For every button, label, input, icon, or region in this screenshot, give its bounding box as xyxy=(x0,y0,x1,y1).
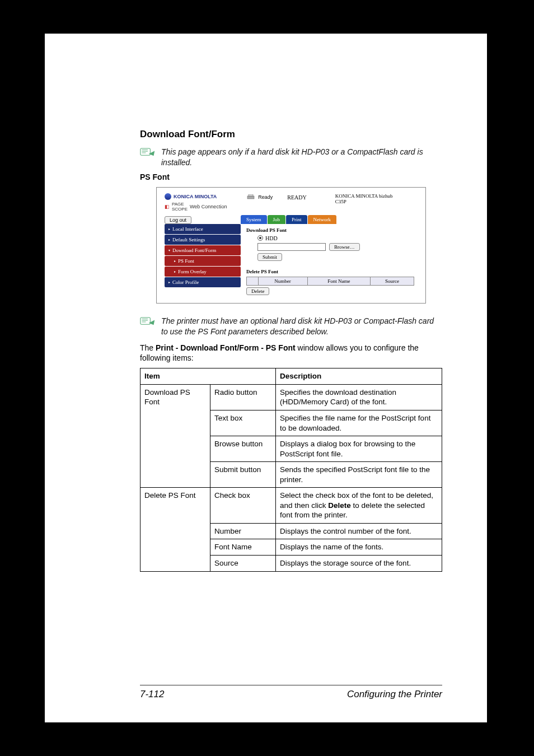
model-code: C35P xyxy=(335,199,418,204)
delete-font-table: Number Font Name Source xyxy=(246,277,414,286)
chevron-right-icon: ▸ xyxy=(174,269,176,273)
tab-print[interactable]: Print xyxy=(286,215,307,224)
svg-rect-6 xyxy=(140,318,151,324)
chevron-right-icon: ▸ xyxy=(168,280,171,284)
sidebar-item-local-interface[interactable]: ▸Local Interface xyxy=(165,224,241,234)
sidebar-item-download-font-form[interactable]: ▾Download Font/Form xyxy=(165,245,241,255)
status-ready-caps: READY xyxy=(287,194,306,200)
download-ps-font-title: Download PS Font xyxy=(246,227,418,233)
brand-name: KONICA MINOLTA xyxy=(174,194,217,199)
sidebar-item-ps-font[interactable]: ▸PS Font xyxy=(165,256,241,266)
delete-button[interactable]: Delete xyxy=(246,287,269,295)
section-heading: Download Font/Form xyxy=(140,129,442,140)
browse-button[interactable]: Browse… xyxy=(329,243,360,251)
hdd-radio-label: HDD xyxy=(265,235,278,241)
tab-network[interactable]: Network xyxy=(308,215,337,224)
brand-logo: KONICA MINOLTA xyxy=(165,193,247,200)
printer-icon xyxy=(247,194,255,200)
table-row: Download PS Font Radio button Specifies … xyxy=(140,384,442,410)
intro-paragraph: The Print - Download Font/Form - PS Font… xyxy=(140,343,442,364)
sidebar-item-color-profile[interactable]: ▸Color Profile xyxy=(165,277,241,287)
sidebar: ▸Local Interface ▸Default Settings ▾Down… xyxy=(165,224,241,295)
tab-system[interactable]: System xyxy=(241,215,267,224)
svg-rect-0 xyxy=(140,148,151,155)
table-header-check xyxy=(247,277,259,285)
subsection-heading: PS Font xyxy=(140,172,442,181)
model-name: KONICA MINOLTA bizhub xyxy=(335,193,418,199)
page-number: 7-112 xyxy=(140,689,164,700)
hdd-radio[interactable] xyxy=(257,235,263,241)
table-row: Delete PS Font Check box Select the chec… xyxy=(140,488,442,524)
note-text: The printer must have an optional hard d… xyxy=(161,316,442,337)
description-table: Item Description Download PS Font Radio … xyxy=(140,368,442,571)
font-file-input[interactable] xyxy=(257,243,326,251)
pagescope-icon: ◧ xyxy=(165,204,170,209)
table-header-description: Description xyxy=(276,368,442,385)
table-header-source: Source xyxy=(371,277,414,285)
pagescope-label: Web Connection xyxy=(190,204,227,209)
footer-title: Configuring the Printer xyxy=(347,689,442,700)
chevron-right-icon: ▸ xyxy=(174,259,176,263)
info-note-1: This page appears only if a hard disk ki… xyxy=(140,147,442,168)
svg-rect-5 xyxy=(249,194,253,196)
status-ready: Ready xyxy=(258,194,273,200)
note-text: This page appears only if a hard disk ki… xyxy=(161,147,442,168)
note-icon xyxy=(140,148,156,157)
table-header-item: Item xyxy=(140,368,276,385)
table-header-number: Number xyxy=(258,277,307,285)
note-icon xyxy=(140,317,156,326)
submit-button[interactable]: Submit xyxy=(257,253,282,261)
chevron-right-icon: ▸ xyxy=(168,237,171,241)
sidebar-item-default-settings[interactable]: ▸Default Settings xyxy=(165,235,241,245)
logout-button[interactable]: Log out xyxy=(165,216,191,224)
info-note-2: The printer must have an optional hard d… xyxy=(140,316,442,337)
brand-globe-icon xyxy=(165,193,171,200)
table-header-font-name: Font Name xyxy=(307,277,371,285)
page-footer: 7-112 Configuring the Printer xyxy=(140,685,442,700)
svg-rect-4 xyxy=(247,196,254,199)
tab-job[interactable]: Job xyxy=(268,215,286,224)
tab-bar: System Job Print Network xyxy=(157,215,425,224)
chevron-right-icon: ▸ xyxy=(168,227,171,231)
admin-screenshot: KONICA MINOLTA ◧ PAGESCOPE Web Connectio… xyxy=(156,187,426,304)
delete-ps-font-title: Delete PS Font xyxy=(246,269,418,274)
sidebar-item-form-overlay[interactable]: ▸Form Overlay xyxy=(165,267,241,277)
chevron-down-icon: ▾ xyxy=(168,248,171,252)
